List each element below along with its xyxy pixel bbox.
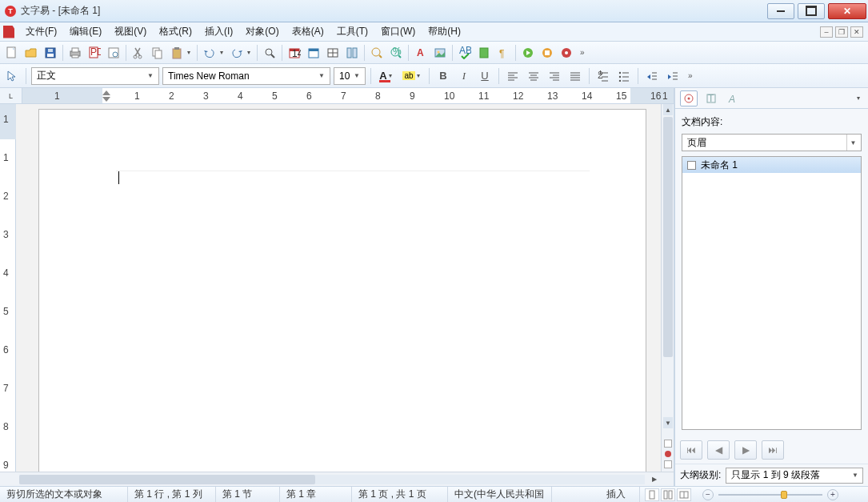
zoom-dropdown-button[interactable]: % [387, 44, 405, 62]
play-button[interactable] [519, 44, 537, 62]
paste-dropdown[interactable]: ▾ [187, 49, 194, 56]
nav-next-button[interactable]: ▶ [734, 440, 757, 460]
menu-file[interactable]: 文件(F) [19, 22, 63, 41]
font-color-button[interactable]: A ▾ [376, 67, 398, 85]
zoom-knob[interactable] [781, 491, 787, 499]
table-button[interactable] [324, 44, 342, 62]
calendar2-button[interactable] [305, 44, 322, 62]
align-justify-button[interactable] [566, 67, 584, 85]
decrease-indent-button[interactable] [643, 67, 661, 85]
menu-table[interactable]: 表格(A) [286, 22, 330, 41]
scroll-thumb[interactable] [663, 117, 673, 357]
thesaurus-button[interactable] [475, 44, 493, 62]
increase-indent-button[interactable] [664, 67, 682, 85]
nav-prev-button[interactable] [664, 440, 672, 448]
sidepanel-tab-navigator[interactable] [680, 90, 698, 106]
align-right-button[interactable] [546, 67, 563, 85]
nonprinting-button[interactable]: ¶ [494, 44, 512, 62]
vertical-scrollbar[interactable]: ▲ ▼ [661, 104, 674, 472]
nav-next-button[interactable] [664, 460, 672, 468]
bold-button[interactable]: B [434, 67, 452, 85]
sidepanel-doc-list[interactable]: 未命名 1 [682, 156, 862, 430]
view-book-button[interactable] [677, 488, 691, 501]
highlight-button[interactable]: ab ▾ [402, 67, 424, 85]
page[interactable] [38, 109, 646, 472]
scroll-up-icon[interactable]: ▲ [663, 104, 673, 115]
scroll-down-icon[interactable]: ▼ [663, 417, 673, 428]
horizontal-ruler[interactable]: L 1123456789101112131415161 [0, 88, 674, 104]
view-single-button[interactable] [645, 488, 659, 501]
menu-format[interactable]: 格式(R) [153, 22, 198, 41]
ruler-corner[interactable]: L [0, 88, 22, 104]
minimize-button[interactable] [767, 3, 794, 19]
save-button[interactable] [42, 44, 59, 62]
copy-button[interactable] [149, 44, 166, 62]
underline-button[interactable]: U [476, 67, 494, 85]
picture-button[interactable] [431, 44, 449, 62]
zoom-in-button[interactable]: + [827, 489, 838, 500]
sidepanel-content-combo[interactable]: 页眉 ▼ [682, 134, 862, 151]
hscroll-thumb[interactable] [19, 475, 315, 484]
cut-button[interactable] [130, 44, 147, 62]
menu-help[interactable]: 帮助(H) [422, 22, 467, 41]
columns-button[interactable] [343, 44, 361, 62]
select-arrow-button[interactable] [3, 67, 21, 85]
inner-restore-button[interactable]: ❐ [835, 26, 848, 38]
view-multi-button[interactable] [661, 488, 675, 501]
menu-edit[interactable]: 编辑(E) [63, 22, 108, 41]
align-left-button[interactable] [504, 67, 522, 85]
menu-view[interactable]: 视图(V) [108, 22, 153, 41]
page-canvas[interactable] [16, 104, 661, 472]
inner-close-button[interactable]: ✕ [850, 26, 863, 38]
app-menu-icon[interactable] [3, 26, 14, 38]
export-pdf-button[interactable]: PDF [86, 44, 103, 62]
paste-button[interactable] [168, 44, 186, 62]
status-insert-mode[interactable]: 插入 [600, 487, 640, 502]
new-doc-button[interactable] [3, 44, 21, 62]
size-combo[interactable]: 10 ▼ [334, 67, 366, 85]
sidepanel-menu[interactable]: ▾ [857, 94, 863, 102]
redo-button[interactable] [228, 44, 246, 62]
sidepanel-tab-styles[interactable]: T [702, 90, 720, 106]
style-combo[interactable]: 正文 ▼ [31, 67, 159, 85]
zoom-out-button[interactable]: − [702, 489, 714, 500]
inner-minimize-button[interactable]: – [820, 26, 833, 38]
undo-button[interactable] [201, 44, 218, 62]
nav-last-button[interactable]: ⏭ [762, 440, 784, 460]
zoom-slider[interactable] [718, 494, 822, 496]
sidepanel-tab-gallery[interactable]: A [725, 90, 742, 106]
redo-dropdown[interactable]: ▾ [247, 49, 254, 56]
print-button[interactable] [66, 44, 84, 62]
menu-window[interactable]: 窗口(W) [374, 22, 422, 41]
stop-button[interactable] [538, 44, 556, 62]
bulleted-list-button[interactable] [615, 67, 633, 85]
horizontal-scrollbar[interactable]: ▶ [0, 472, 674, 486]
menu-object[interactable]: 对象(O) [239, 22, 285, 41]
print-preview-button[interactable] [105, 44, 122, 62]
formatbar-overflow[interactable]: » [685, 71, 696, 80]
nav-first-button[interactable]: ⏮ [680, 440, 702, 460]
font-combo[interactable]: Times New Roman ▼ [162, 67, 330, 85]
calendar-button[interactable]: 14 [286, 44, 303, 62]
nav-select-button[interactable] [665, 451, 671, 457]
record-button[interactable] [558, 44, 575, 62]
menu-insert[interactable]: 插入(I) [198, 22, 239, 41]
maximize-button[interactable] [798, 3, 825, 19]
checkbox-icon[interactable] [687, 161, 696, 170]
outline-level-combo[interactable]: 只显示 1 到 9 级段落 ▼ [726, 468, 863, 484]
list-item[interactable]: 未命名 1 [682, 157, 861, 173]
find-button[interactable] [261, 44, 278, 62]
close-button[interactable] [828, 3, 866, 19]
toolbar-overflow[interactable]: » [577, 48, 588, 57]
spellcheck-button[interactable]: ABC [456, 44, 474, 62]
font-color-a-button[interactable]: A [412, 44, 430, 62]
menu-tools[interactable]: 工具(T) [330, 22, 374, 41]
align-center-button[interactable] [525, 67, 542, 85]
zoom-button[interactable] [368, 44, 386, 62]
open-button[interactable] [22, 44, 40, 62]
nav-prev-button[interactable]: ◀ [707, 440, 730, 460]
vertical-ruler[interactable]: 1123456789 [0, 104, 16, 472]
hscroll-right-icon[interactable]: ▶ [648, 476, 661, 483]
undo-dropdown[interactable]: ▾ [220, 49, 226, 56]
numbered-list-button[interactable]: 12 [594, 67, 612, 85]
